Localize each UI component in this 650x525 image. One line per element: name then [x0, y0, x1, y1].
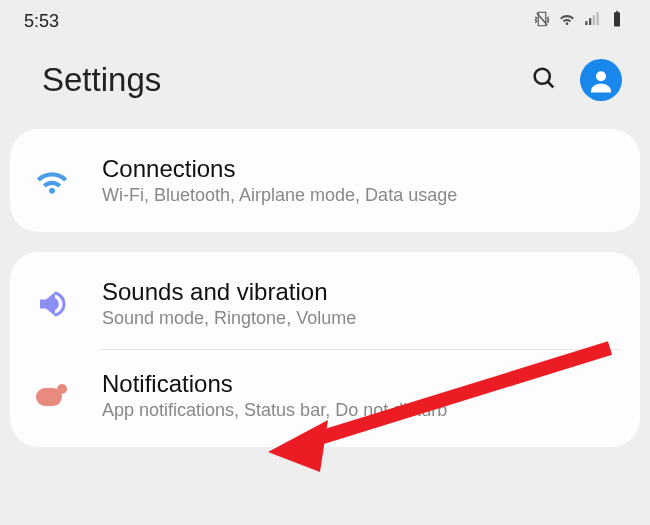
- svg-point-5: [57, 384, 67, 394]
- notification-icon: [34, 378, 80, 414]
- connections-title: Connections: [102, 155, 618, 183]
- sounds-subtitle: Sound mode, Ringtone, Volume: [102, 308, 618, 329]
- speaker-icon: [34, 286, 80, 322]
- status-icons: [533, 10, 626, 33]
- card-connections: Connections Wi-Fi, Bluetooth, Airplane m…: [10, 129, 640, 232]
- signal-icon: [583, 10, 601, 33]
- svg-line-2: [548, 82, 554, 88]
- row-sounds[interactable]: Sounds and vibration Sound mode, Rington…: [10, 258, 640, 349]
- row-notifications[interactable]: Notifications App notifications, Status …: [10, 350, 640, 441]
- status-time: 5:53: [24, 11, 59, 32]
- battery-icon: [608, 10, 626, 33]
- sounds-title: Sounds and vibration: [102, 278, 618, 306]
- status-bar: 5:53: [0, 0, 650, 39]
- svg-point-3: [596, 71, 606, 81]
- row-notifications-text: Notifications App notifications, Status …: [102, 370, 618, 421]
- wifi-icon: [558, 10, 576, 33]
- search-icon[interactable]: [530, 64, 558, 96]
- row-sounds-text: Sounds and vibration Sound mode, Rington…: [102, 278, 618, 329]
- connections-subtitle: Wi-Fi, Bluetooth, Airplane mode, Data us…: [102, 185, 618, 206]
- card-sounds-notifications: Sounds and vibration Sound mode, Rington…: [10, 252, 640, 447]
- notifications-title: Notifications: [102, 370, 618, 398]
- row-connections[interactable]: Connections Wi-Fi, Bluetooth, Airplane m…: [10, 135, 640, 226]
- row-connections-text: Connections Wi-Fi, Bluetooth, Airplane m…: [102, 155, 618, 206]
- vibrate-icon: [533, 10, 551, 33]
- wifi-icon: [34, 163, 80, 199]
- page-title: Settings: [42, 61, 161, 99]
- app-header: Settings: [0, 39, 650, 129]
- header-actions: [530, 59, 622, 101]
- svg-point-1: [535, 69, 550, 84]
- account-icon[interactable]: [580, 59, 622, 101]
- notifications-subtitle: App notifications, Status bar, Do not di…: [102, 400, 618, 421]
